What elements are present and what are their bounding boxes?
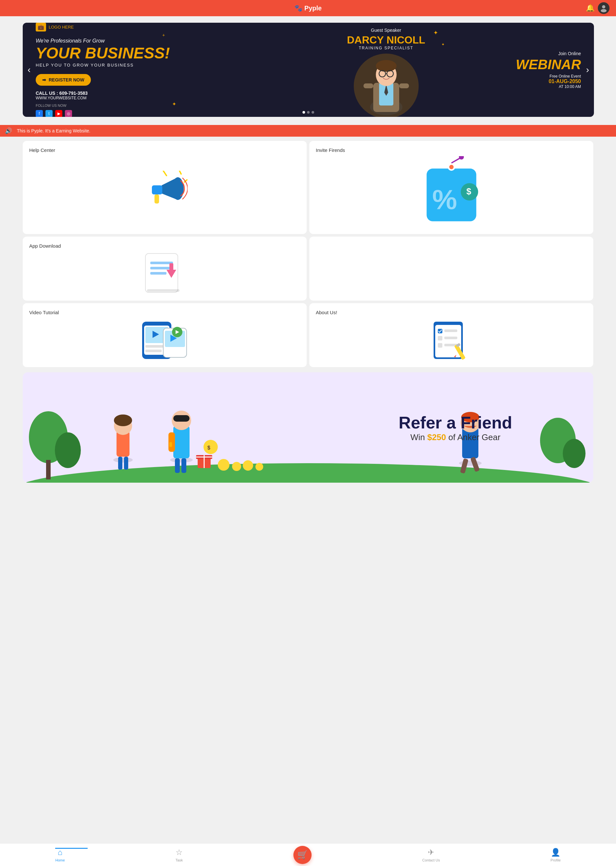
svg-point-84: [218, 459, 229, 471]
svg-point-64: [113, 457, 133, 462]
invite-friends-image: $ %: [316, 156, 587, 228]
svg-rect-40: [145, 350, 162, 352]
star-deco-3: ✦: [172, 101, 176, 107]
home-icon: ⌂: [58, 848, 63, 857]
svg-text:%: %: [432, 184, 457, 215]
person-illustration: [276, 53, 497, 112]
invite-friends-card[interactable]: Invite Firends $ %: [309, 141, 593, 234]
svg-rect-50: [438, 336, 442, 341]
home-label: Home: [55, 858, 64, 862]
svg-rect-67: [124, 457, 128, 470]
about-us-card[interactable]: About Us!: [309, 303, 593, 367]
video-tutorial-card-real[interactable]: Video Tutorial: [23, 303, 307, 367]
svg-rect-61: [46, 460, 50, 479]
video-tutorial-title-real: Video Tutorial: [29, 310, 59, 315]
svg-rect-34: [147, 289, 179, 292]
svg-line-17: [179, 171, 181, 174]
help-center-card[interactable]: Help Center: [23, 141, 307, 234]
contact-label: Contact Us: [422, 858, 440, 862]
refer-title: Refer a Friend: [399, 413, 512, 432]
svg-rect-49: [444, 330, 457, 332]
bottom-nav: ⌂ Home ☆ Task 🛒 ✈ Contact Us 👤 Profile: [0, 843, 616, 866]
banner-wrapper: 💼 LOGO HERE We're Professionals For Grow…: [0, 16, 616, 123]
arrow-icon: ➡: [42, 77, 46, 82]
ticker-speaker-icon: 🔊: [5, 127, 12, 134]
banner-contact: CALL US : 609-791-3583 WWW.YOURWEBSITE.C…: [36, 91, 256, 100]
dot-1[interactable]: [302, 111, 305, 113]
ticker-bar: 🔊 This is Pyple. It's a Earning Website.: [0, 125, 616, 137]
refer-subtitle: Win $250 of Anker Gear: [399, 432, 512, 442]
social-icons: f t ▶ ◎: [36, 110, 256, 117]
refer-banner: $ Refer a Friend Win $250 of Anker Gear: [23, 372, 593, 483]
svg-rect-31: [150, 272, 167, 275]
svg-point-85: [232, 462, 241, 471]
cards-grid: Help Center Invite Firends: [0, 138, 616, 370]
nav-task[interactable]: ☆ Task: [176, 848, 183, 862]
banner-next-button[interactable]: ›: [586, 64, 589, 75]
banner-title: YOUR BUSINESS!: [36, 46, 256, 61]
banner-logo: 💼 LOGO HERE: [36, 23, 256, 31]
help-center-image: [29, 156, 300, 228]
svg-point-86: [243, 460, 253, 471]
notification-bell-icon[interactable]: 🔔: [586, 4, 595, 13]
contact-icon: ✈: [428, 848, 434, 857]
twitter-icon[interactable]: t: [46, 110, 53, 117]
svg-rect-75: [173, 415, 190, 422]
instagram-icon[interactable]: ◎: [65, 110, 72, 117]
profile-icon: 👤: [551, 848, 561, 857]
banner-prev-button[interactable]: ‹: [28, 64, 30, 75]
header-title: 🐾 Pyple: [294, 4, 322, 12]
svg-rect-33: [170, 263, 173, 270]
star-deco-1: ✦: [433, 29, 438, 36]
nav-contact[interactable]: ✈ Contact Us: [422, 848, 440, 862]
dot-3[interactable]: [311, 111, 314, 113]
app-download-title: App Download: [29, 243, 61, 248]
cart-icon: 🛒: [297, 850, 308, 860]
svg-rect-66: [118, 457, 123, 470]
svg-point-63: [563, 439, 586, 468]
avatar[interactable]: [598, 2, 610, 14]
svg-rect-11: [363, 83, 373, 88]
about-us-image: [316, 318, 587, 361]
task-icon: ☆: [176, 848, 183, 857]
banner-left: 💼 LOGO HERE We're Professionals For Grow…: [23, 23, 269, 117]
star-deco-2: ✦: [442, 42, 445, 47]
header-logo-icon: 🐾: [294, 4, 302, 12]
header: 🐾 Pyple 🔔: [0, 0, 616, 16]
svg-rect-72: [175, 458, 180, 473]
youtube-icon[interactable]: ▶: [55, 110, 62, 117]
banner-nav-dots: [302, 111, 314, 113]
banner-subtitle: We're Professionals For Grow: [36, 38, 256, 44]
ticker-text: This is Pyple. It's a Earning Website.: [17, 128, 91, 134]
nav-profile[interactable]: 👤 Profile: [550, 848, 561, 862]
svg-point-60: [55, 432, 81, 468]
video-tutorial-card[interactable]: placeholder: [309, 237, 593, 300]
svg-point-1: [601, 9, 607, 13]
banner-center: Guest Speaker DARCY NICOLL TRAINING SPEC…: [269, 23, 503, 117]
banner: 💼 LOGO HERE We're Professionals For Grow…: [23, 23, 594, 117]
about-us-title: About Us!: [316, 310, 337, 315]
task-label: Task: [176, 858, 183, 862]
register-now-button[interactable]: ➡ REGISTER NOW: [36, 74, 91, 86]
dot-2[interactable]: [307, 111, 310, 113]
svg-point-92: [203, 440, 218, 454]
svg-rect-77: [170, 442, 172, 447]
refer-content: Refer a Friend Win $250 of Anker Gear: [399, 413, 512, 442]
video-tutorial-image: [29, 318, 300, 361]
facebook-icon[interactable]: f: [36, 110, 43, 117]
active-indicator: [55, 848, 88, 849]
svg-point-22: [449, 165, 453, 169]
svg-text:$: $: [466, 187, 471, 196]
star-deco-4: +: [162, 33, 165, 38]
app-download-card[interactable]: App Download: [23, 237, 307, 300]
svg-point-87: [255, 463, 263, 471]
svg-point-69: [114, 415, 132, 426]
cart-button[interactable]: 🛒: [293, 846, 311, 864]
svg-point-15: [172, 177, 184, 200]
nav-home[interactable]: ⌂ Home: [55, 848, 64, 862]
svg-rect-76: [168, 432, 175, 452]
svg-text:$: $: [207, 445, 210, 451]
svg-rect-12: [399, 83, 409, 88]
help-center-title: Help Center: [29, 147, 55, 153]
svg-point-24: [459, 156, 464, 160]
